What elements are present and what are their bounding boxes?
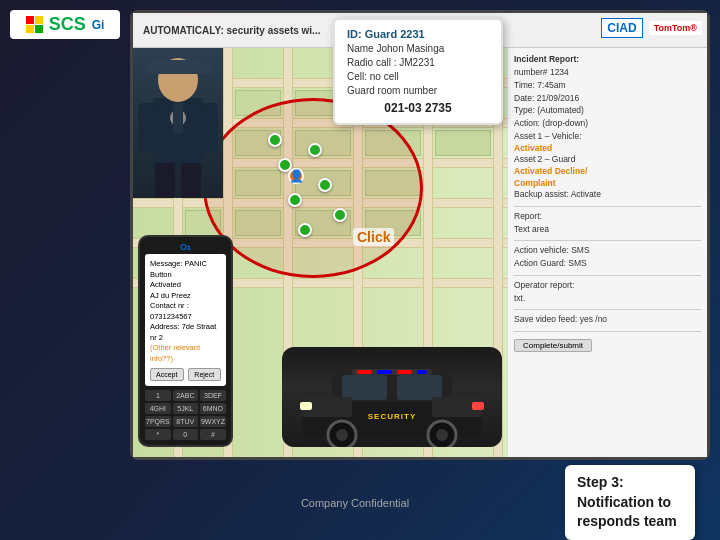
guard-svg: ★ <box>133 48 223 198</box>
phone-message-4: Contact nr : 0731234567 <box>150 301 221 322</box>
svg-rect-1 <box>138 103 156 153</box>
svg-rect-25 <box>357 370 372 374</box>
incident-asset2: Asset 2 – Guard <box>514 153 701 166</box>
phone-area: O₂ Message: PANIC Button Activated AJ du… <box>138 235 233 447</box>
monitor: AUTOMATICALY: security assets wi... CIAD… <box>130 10 710 460</box>
click-label: Click <box>353 228 394 246</box>
phone-keypad: 1 2ABC 3DEF 4GHI 5JKL 6MNO 7PQRS 8TUV 9W… <box>145 390 226 440</box>
phone-key-hash[interactable]: # <box>200 429 226 440</box>
step3-line1: Step 3: <box>577 473 683 493</box>
phone-message-1: Message: PANIC Button <box>150 259 221 280</box>
incident-time: Time: 7:45am <box>514 79 701 92</box>
phone-screen: Message: PANIC Button Activated AJ du Pr… <box>145 254 226 386</box>
sq-green <box>35 25 43 33</box>
bottom-section: Company Confidential Step 3: Notificatio… <box>130 465 710 540</box>
phone-key-2[interactable]: 2ABC <box>173 390 198 401</box>
text-area-label: Text area <box>514 223 701 236</box>
phone-message-6: (Other relevant info??) <box>150 343 221 364</box>
svg-rect-14 <box>397 375 442 400</box>
svg-rect-8 <box>155 163 175 198</box>
svg-rect-9 <box>181 163 201 198</box>
right-logos: CIAD TomTom® <box>601 18 702 38</box>
incident-backup: Backup assist: Activate <box>514 188 701 201</box>
map-pin-1[interactable] <box>268 133 282 147</box>
guard-popup: ID: Guard 2231 Name Johon Masinga Radio … <box>333 18 503 125</box>
save-video-label: Save video feed: yes /no <box>514 313 701 326</box>
phone-key-star[interactable]: * <box>145 429 171 440</box>
car-area: SECURITY <box>282 347 502 447</box>
right-panel: Incident Report: number# 1234 Time: 7:45… <box>507 48 707 457</box>
sq-red <box>26 16 34 24</box>
phone-key-9[interactable]: 9WXYZ <box>200 416 226 427</box>
phone-key-0[interactable]: 0 <box>173 429 198 440</box>
incident-complaint: Complaint <box>514 178 701 188</box>
map-pin-2[interactable] <box>308 143 322 157</box>
svg-rect-2 <box>200 103 218 153</box>
phone-o2-logo: O₂ <box>145 242 226 252</box>
phone-message-3: AJ du Preez <box>150 291 221 302</box>
phone-accept-button[interactable]: Accept <box>150 368 184 381</box>
step3-box: Step 3: Notification to responds team <box>565 465 695 540</box>
svg-rect-21 <box>300 402 312 410</box>
action-guard: Action Guard: SMS <box>514 257 701 270</box>
operator-text: txt. <box>514 292 701 305</box>
svg-rect-27 <box>397 370 412 374</box>
logo-squares <box>26 16 43 33</box>
incident-date: Date: 21/09/2016 <box>514 92 701 105</box>
popup-room-label: Guard room number <box>347 84 489 98</box>
popup-room-number: 021-03 2735 <box>347 101 489 115</box>
popup-name-line: Name Johon Masinga <box>347 42 489 56</box>
incident-type: Type: (Automated) <box>514 104 701 117</box>
phone-key-8[interactable]: 8TUV <box>173 416 198 427</box>
phone-key-7[interactable]: 7PQRS <box>145 416 171 427</box>
phone-reject-button[interactable]: Reject <box>188 368 222 381</box>
complete-section[interactable]: Complete/submit <box>514 331 701 352</box>
incident-number: number# 1234 <box>514 66 701 79</box>
incident-report-title: Incident Report: <box>514 54 701 64</box>
report-label: Report: <box>514 210 701 223</box>
map-pin-person[interactable]: 👤 <box>288 168 304 184</box>
operator-label: Operator report: <box>514 279 701 292</box>
incident-action: Action: (drop-down) <box>514 117 701 130</box>
popup-radio-line: Radio call : JM2231 <box>347 56 489 70</box>
car-svg: SECURITY <box>282 347 502 447</box>
svg-rect-10 <box>173 103 183 133</box>
guard-silhouette: ★ <box>133 48 223 198</box>
phone-key-1[interactable]: 1 <box>145 390 171 401</box>
map-pin-6[interactable] <box>333 208 347 222</box>
ciad-logo: CIAD <box>601 18 642 38</box>
step3-line2: Notification to <box>577 493 683 513</box>
phone-key-6[interactable]: 6MNO <box>200 403 226 414</box>
svg-rect-5 <box>145 66 211 74</box>
map-circle <box>203 98 423 278</box>
phone-key-4[interactable]: 4GHI <box>145 403 171 414</box>
popup-cell-line: Cell: no cell <box>347 70 489 84</box>
action-vehicle: Action vehicle: SMS <box>514 244 701 257</box>
tomtom-logo: TomTom® <box>649 21 702 35</box>
gi-text: Gi <box>92 18 105 32</box>
incident-asset2-value: Activated <box>514 166 552 176</box>
phone-action-buttons: Accept Reject <box>150 368 221 381</box>
phone-key-5[interactable]: 5JKL <box>173 403 198 414</box>
save-video-section: Save video feed: yes /no <box>514 309 701 326</box>
svg-rect-26 <box>377 370 392 374</box>
sq-yellow-bottom <box>26 25 34 33</box>
phone-key-3[interactable]: 3DEF <box>200 390 226 401</box>
scs-text: SCS <box>49 14 86 35</box>
phone-message-5: Address: 7de Straat nr 2 <box>150 322 221 343</box>
incident-asset1: Asset 1 – Vehicle: <box>514 130 701 143</box>
complete-button[interactable]: Complete/submit <box>514 339 592 352</box>
scs-gi-logo: SCS Gi <box>10 10 120 39</box>
company-confidential: Company Confidential <box>145 497 565 509</box>
action-section: Action vehicle: SMS Action Guard: SMS <box>514 240 701 270</box>
svg-rect-22 <box>472 402 484 410</box>
report-section: Report: Text area <box>514 206 701 236</box>
map-block-18 <box>435 130 491 156</box>
map-pin-4[interactable] <box>318 178 332 192</box>
map-pin-7[interactable] <box>298 223 312 237</box>
incident-asset1-value: Activated <box>514 143 701 153</box>
map-pin-5[interactable] <box>288 193 302 207</box>
step3-line3: responds team <box>577 512 683 532</box>
svg-rect-28 <box>417 370 427 374</box>
phone-message-2: Activated <box>150 280 221 291</box>
